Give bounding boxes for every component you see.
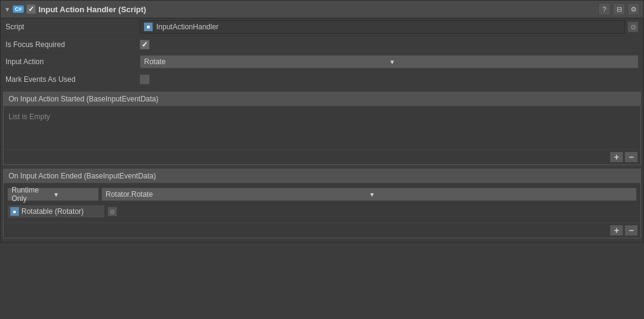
runtime-dropdown-arrow-icon: ▼ bbox=[53, 191, 95, 198]
method-value: Rotator.Rotate bbox=[106, 190, 369, 199]
script-icon: ■ bbox=[144, 23, 153, 31]
dropdown-arrow-icon: ▼ bbox=[389, 59, 635, 65]
focus-required-checkbox[interactable] bbox=[140, 40, 150, 50]
method-dropdown-arrow-icon: ▼ bbox=[369, 191, 633, 198]
mark-events-checkbox[interactable] bbox=[140, 75, 150, 84]
mark-events-row: Mark Events As Used bbox=[1, 71, 643, 88]
event-started-remove-button[interactable]: − bbox=[624, 152, 638, 163]
script-label: Script bbox=[5, 23, 140, 31]
focus-required-row: Is Focus Required bbox=[1, 36, 643, 53]
event-entry-row: Runtime Only ▼ Rotator.Rotate ▼ bbox=[7, 186, 637, 203]
mark-events-label: Mark Events As Used bbox=[5, 75, 140, 84]
runtime-dropdown[interactable]: Runtime Only ▼ bbox=[7, 188, 99, 201]
event-ended-body: Runtime Only ▼ Rotator.Rotate ▼ ■ Rotata… bbox=[4, 183, 640, 222]
component-enabled-checkbox[interactable] bbox=[26, 4, 36, 14]
event-started-header: On Input Action Started (BaseInputEventD… bbox=[4, 92, 640, 106]
event-started-body: List is Empty bbox=[4, 106, 640, 149]
component-title: Input Action Handler (Script) bbox=[38, 5, 146, 14]
event-started-add-button[interactable]: + bbox=[610, 152, 623, 163]
script-target-button[interactable]: ⊙ bbox=[628, 21, 639, 32]
script-field: ■ InputActionHandler bbox=[140, 20, 625, 34]
event-ended-section: On Input Action Ended (BaseInputEventDat… bbox=[3, 169, 641, 238]
inspector-panel: ▼ C# Input Action Handler (Script) ? ⊟ ⚙… bbox=[0, 0, 644, 243]
script-value: InputActionHandler bbox=[156, 23, 219, 31]
event-object-row: ■ Rotatable (Rotator) ⊙ bbox=[7, 203, 637, 220]
event-started-section: On Input Action Started (BaseInputEventD… bbox=[3, 92, 641, 165]
object-field: ■ Rotatable (Rotator) bbox=[7, 205, 105, 218]
event-ended-remove-button[interactable]: − bbox=[624, 225, 638, 236]
layout-icon: ⊟ bbox=[617, 6, 622, 13]
event-started-footer: + − bbox=[4, 149, 640, 164]
component-header: ▼ C# Input Action Handler (Script) ? ⊟ ⚙ bbox=[1, 1, 643, 18]
help-button[interactable]: ? bbox=[598, 3, 610, 15]
object-target-button[interactable]: ⊙ bbox=[107, 207, 117, 216]
input-action-row: Input Action Rotate ▼ bbox=[1, 53, 643, 71]
collapse-arrow-icon[interactable]: ▼ bbox=[4, 6, 10, 13]
runtime-value: Runtime Only bbox=[12, 186, 53, 203]
list-empty-text: List is Empty bbox=[9, 110, 635, 123]
cs-badge: C# bbox=[13, 6, 24, 13]
input-action-value: Rotate bbox=[144, 57, 389, 66]
input-action-dropdown[interactable]: Rotate ▼ bbox=[140, 55, 639, 68]
method-dropdown[interactable]: Rotator.Rotate ▼ bbox=[101, 188, 637, 201]
input-action-label: Input Action bbox=[5, 57, 140, 66]
object-icon: ■ bbox=[10, 207, 19, 216]
settings-icon: ⚙ bbox=[631, 6, 637, 13]
event-ended-header: On Input Action Ended (BaseInputEventDat… bbox=[4, 169, 640, 183]
object-value: Rotatable (Rotator) bbox=[21, 207, 84, 216]
event-ended-footer: + − bbox=[4, 222, 640, 238]
layout-button[interactable]: ⊟ bbox=[613, 3, 625, 15]
event-ended-add-button[interactable]: + bbox=[610, 225, 623, 236]
help-icon: ? bbox=[602, 6, 606, 13]
script-row: Script ■ InputActionHandler ⊙ bbox=[1, 18, 643, 36]
settings-button[interactable]: ⚙ bbox=[628, 3, 640, 15]
focus-required-label: Is Focus Required bbox=[5, 40, 140, 49]
